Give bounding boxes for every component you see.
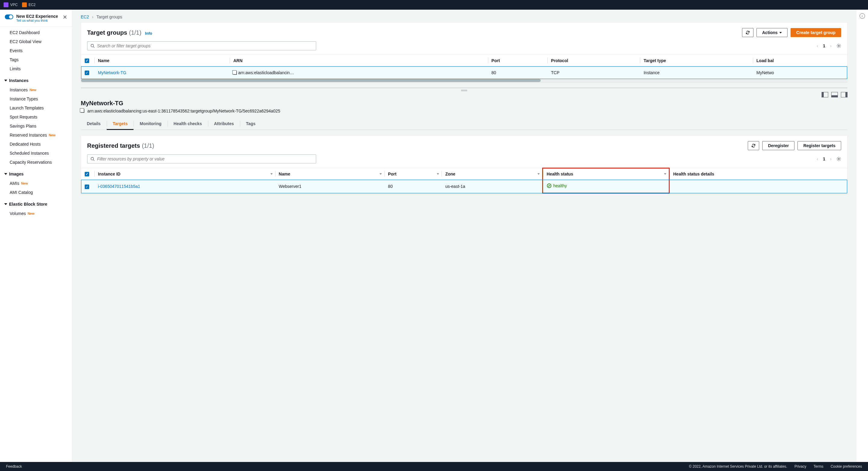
settings-icon[interactable] [836,156,841,161]
search-target-groups[interactable] [87,41,316,50]
experience-toggle[interactable] [5,14,13,19]
cell-port: 80 [384,180,441,193]
sidebar-link-instances[interactable]: InstancesNew [0,85,72,94]
footer: Feedback © 2022, Amazon Internet Service… [0,462,868,471]
sidebar-link-dedicated-hosts[interactable]: Dedicated Hosts [0,140,72,149]
tab-health-checks[interactable]: Health checks [167,118,208,130]
table-row[interactable]: ✓ i-0365047011541b5a1 Webserver1 80 us-e… [81,180,847,193]
cookie-preferences-link[interactable]: Cookie preferences [831,464,862,469]
search-input[interactable] [97,43,313,48]
col-target-type[interactable]: Target type [640,55,752,66]
layout-side-button[interactable] [822,92,828,97]
layout-bottom-button[interactable] [831,92,838,97]
create-target-group-button[interactable]: Create target group [790,28,841,37]
horizontal-scrollbar[interactable] [81,79,847,82]
search-input[interactable] [97,156,313,161]
sidebar-link-instance-types[interactable]: Instance Types [0,94,72,104]
next-page-button[interactable]: › [830,43,832,48]
sort-icon [437,173,439,175]
sidebar-link-scheduled-instances[interactable]: Scheduled Instances [0,149,72,158]
col-name[interactable]: Name [94,55,230,66]
sidebar-link-volumes[interactable]: VolumesNew [0,209,72,218]
cell-health-details [669,180,847,193]
tab-attributes[interactable]: Attributes [208,118,240,130]
info-rail: i [856,10,868,462]
cell-lb: MyNetwo [753,66,847,79]
search-targets[interactable] [87,154,316,164]
deregister-button[interactable]: Deregister [762,141,795,150]
tab-details[interactable]: Details [81,118,107,130]
sidebar-link-ami-catalog[interactable]: AMI Catalog [0,188,72,197]
col-arn[interactable]: ARN [230,55,488,66]
select-all-checkbox[interactable]: ✓ [85,59,89,63]
sidebar-link-launch-templates[interactable]: Launch Templates [0,104,72,113]
col-instance-id[interactable]: Instance ID [94,168,275,180]
terms-link[interactable]: Terms [813,464,824,469]
col-protocol[interactable]: Protocol [547,55,640,66]
new-badge: New [21,181,28,185]
row-checkbox[interactable]: ✓ [85,184,89,189]
sidebar-group-images[interactable]: Images [0,169,72,179]
search-icon [90,157,95,161]
sidebar-link-capacity-reservations[interactable]: Capacity Reservations [0,158,72,167]
col-health-status[interactable]: Health status [542,168,669,180]
feedback-link[interactable]: Feedback [6,464,22,469]
experience-feedback-link[interactable]: Tell us what you think [16,19,60,22]
sidebar-link-reserved-instances[interactable]: Reserved InstancesNew [0,130,72,140]
col-health-details[interactable]: Health status details [669,168,847,180]
refresh-icon [751,143,756,148]
sidebar-link-spot-requests[interactable]: Spot Requests [0,113,72,121]
actions-button[interactable]: Actions [756,28,787,37]
col-name[interactable]: Name [275,168,384,180]
refresh-button[interactable] [742,28,753,37]
sort-icon [270,173,273,175]
copy-icon[interactable] [233,71,237,75]
split-handle[interactable] [81,88,847,93]
sidebar-link-amis[interactable]: AMIsNew [0,179,72,188]
privacy-link[interactable]: Privacy [795,464,806,469]
sidebar-link-dashboard[interactable]: EC2 Dashboard [0,28,72,37]
tab-monitoring[interactable]: Monitoring [133,118,167,130]
sidebar-group-instances[interactable]: Instances [0,76,72,85]
col-zone[interactable]: Zone [441,168,542,180]
select-all-checkbox[interactable]: ✓ [85,172,89,176]
table-row[interactable]: ✓ MyNetwork-TG arn:aws:elasticloadbalanc… [81,66,847,79]
layout-full-button[interactable] [841,92,847,97]
info-icon[interactable]: i [860,13,865,19]
next-page-button[interactable]: › [830,156,832,161]
sidebar-close-icon[interactable]: ✕ [63,14,67,21]
row-checkbox[interactable]: ✓ [85,70,89,75]
tab-tags[interactable]: Tags [240,118,261,130]
col-port[interactable]: Port [384,168,441,180]
target-groups-table: ✓ Name ARN Port Protocol Target type Loa… [81,55,847,79]
sidebar-group-ebs[interactable]: Elastic Block Store [0,199,72,209]
prev-page-button[interactable]: ‹ [817,156,818,161]
cell-port: 80 [488,66,548,79]
sidebar-link-limits[interactable]: Limits [0,64,72,73]
service-vpc[interactable]: VPC [4,2,18,7]
tg-name-link[interactable]: MyNetwork-TG [98,70,126,75]
new-badge: New [49,133,56,137]
arn-text: arn:aws:elasticloadbalancin… [238,70,294,75]
col-port[interactable]: Port [488,55,548,66]
refresh-button[interactable] [748,141,759,150]
sidebar-link-global-view[interactable]: EC2 Global View [0,37,72,46]
service-ec2[interactable]: EC2 [22,2,36,7]
info-link[interactable]: Info [145,31,152,36]
pager: ‹ 1 › [817,156,841,161]
breadcrumb-ec2[interactable]: EC2 [81,14,89,19]
instance-id-link[interactable]: i-0365047011541b5a1 [98,184,140,189]
tab-targets[interactable]: Targets [107,118,134,130]
vpc-icon [4,2,8,7]
settings-icon[interactable] [836,43,841,48]
experience-title: New EC2 Experience [16,14,60,19]
panel-count: (1/1) [129,29,141,36]
copy-icon[interactable] [81,109,84,113]
sidebar-link-events[interactable]: Events [0,46,72,55]
sidebar-link-tags[interactable]: Tags [0,55,72,64]
sidebar-link-savings-plans[interactable]: Savings Plans [0,121,72,130]
prev-page-button[interactable]: ‹ [817,43,818,48]
col-load-balancer[interactable]: Load bal [753,55,847,66]
caret-down-icon [779,32,782,33]
register-targets-button[interactable]: Register targets [798,141,841,150]
